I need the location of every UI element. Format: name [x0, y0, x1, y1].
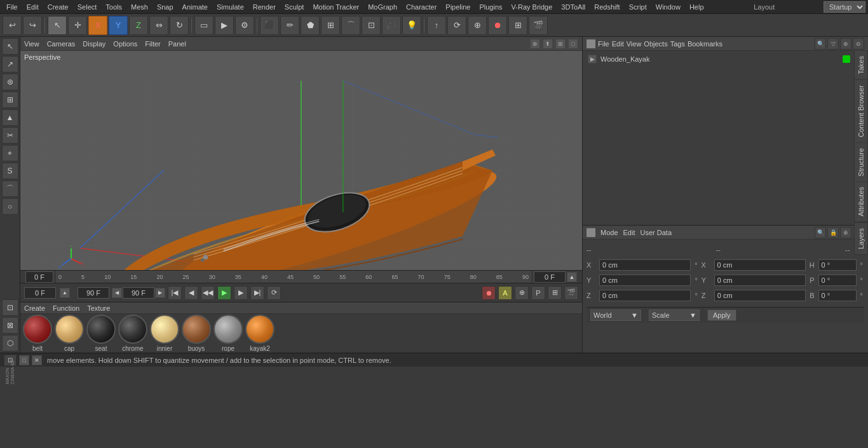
- sidebar-scale-btn[interactable]: ⊞: [2, 92, 18, 108]
- scale-y-button[interactable]: Y: [109, 16, 128, 35]
- vp-menu-panel[interactable]: Panel: [168, 40, 186, 48]
- go-to-start-button[interactable]: |◀: [168, 286, 182, 300]
- b-field[interactable]: 0 °: [818, 290, 857, 301]
- apply-button[interactable]: Apply: [707, 309, 736, 321]
- sidebar-paint-btn[interactable]: S: [2, 163, 18, 179]
- array-button[interactable]: ⊞: [321, 16, 340, 35]
- obj-color-dot[interactable]: [843, 55, 850, 63]
- vp-menu-view[interactable]: View: [24, 40, 39, 48]
- sidebar-rotate2-btn[interactable]: ⊛: [2, 74, 18, 90]
- attr-lock-btn[interactable]: 🔒: [827, 227, 839, 238]
- undo-button[interactable]: ↩: [3, 16, 22, 35]
- size-y-field[interactable]: 0 cm: [714, 275, 806, 286]
- sidebar-bottom-2-btn[interactable]: ⊠: [2, 317, 18, 334]
- status-icon-3[interactable]: ✕: [32, 355, 42, 365]
- vp-ctrl-2[interactable]: ⬆: [543, 39, 553, 49]
- menu-vray[interactable]: V-Ray Bridge: [508, 2, 557, 12]
- obj-menu-bookmarks[interactable]: Bookmarks: [688, 40, 722, 48]
- right-tab-structure[interactable]: Structure: [854, 143, 868, 182]
- vp-menu-filter[interactable]: Filter: [145, 40, 160, 48]
- vp-menu-options[interactable]: Options: [113, 40, 137, 48]
- menu-snap[interactable]: Snap: [153, 2, 177, 12]
- obj-menu-view[interactable]: View: [627, 40, 642, 48]
- timeline-ruler[interactable]: 0 5 10 15 20 25 30 35 40 45 50 55 60 65: [56, 271, 531, 283]
- material-item-kayak2[interactable]: kayak2: [245, 315, 275, 352]
- current-frame-display[interactable]: 0 F: [534, 271, 566, 283]
- sidebar-soft-btn[interactable]: ○: [2, 198, 18, 215]
- pos-x-field[interactable]: 0 cm: [599, 259, 691, 271]
- p-field[interactable]: 0 °: [818, 275, 857, 286]
- vp-ctrl-1[interactable]: ⊕: [530, 39, 540, 49]
- sidebar-extrude-btn[interactable]: ▲: [2, 109, 18, 126]
- sidebar-knife-btn[interactable]: ✂: [2, 127, 18, 144]
- anim-mode-button[interactable]: 🎬: [564, 286, 578, 300]
- menu-pipeline[interactable]: Pipeline: [442, 2, 474, 12]
- redo-button[interactable]: ↪: [23, 16, 42, 35]
- menu-create[interactable]: Create: [44, 2, 72, 12]
- viewport-3d[interactable]: Perspective Grid Spacing : 100 cm X Y Z: [20, 51, 582, 270]
- menu-simulate[interactable]: Simulate: [213, 2, 248, 12]
- autokey-button[interactable]: A: [498, 286, 512, 300]
- material-item-cap[interactable]: cap: [55, 315, 84, 352]
- menu-sculpt[interactable]: Sculpt: [281, 2, 308, 12]
- pen-button[interactable]: ✏: [280, 16, 299, 35]
- play-button[interactable]: ▶: [217, 286, 231, 300]
- vp-ctrl-4[interactable]: □: [568, 39, 578, 49]
- menu-character[interactable]: Character: [402, 2, 440, 12]
- attr-menu-userdata[interactable]: User Data: [641, 229, 672, 236]
- spline-button[interactable]: ⌒: [341, 16, 360, 35]
- obj-expand-icon[interactable]: ▶: [588, 55, 597, 64]
- menu-script[interactable]: Script: [625, 2, 651, 12]
- sidebar-bottom-3-btn[interactable]: ⬡: [2, 335, 18, 351]
- menu-tools[interactable]: Tools: [102, 2, 126, 12]
- select-tool-button[interactable]: ↖: [48, 16, 67, 35]
- render-view-button[interactable]: ▶: [215, 16, 234, 35]
- start-frame-up[interactable]: ▲: [60, 288, 70, 298]
- obj-menu-edit[interactable]: Edit: [612, 40, 624, 48]
- obj-item-kayak[interactable]: ▶ Wooden_Kayak: [585, 53, 865, 65]
- menu-edit[interactable]: Edit: [23, 2, 43, 12]
- scale-x-button[interactable]: X: [88, 16, 107, 35]
- status-icon-2[interactable]: □: [19, 355, 29, 365]
- scale-z-button[interactable]: Z: [129, 16, 148, 35]
- material-item-seat[interactable]: seat: [86, 315, 116, 352]
- material-item-chrome[interactable]: chrome: [118, 315, 147, 352]
- render-region-button[interactable]: ▭: [194, 16, 214, 35]
- material-item-innier[interactable]: innier: [150, 315, 179, 352]
- mat-menu-function[interactable]: Function: [53, 304, 79, 312]
- sidebar-magnet-btn[interactable]: ⌖: [2, 145, 18, 161]
- pose-button[interactable]: ⊕: [468, 16, 487, 35]
- end-frame-1-dec[interactable]: ◀: [112, 288, 122, 298]
- layout-select[interactable]: Startup: [824, 1, 865, 13]
- material-item-buoys[interactable]: buoys: [182, 315, 211, 352]
- material-item-rope[interactable]: rope: [214, 315, 243, 352]
- menu-help[interactable]: Help: [686, 2, 708, 12]
- grid2-button[interactable]: ⊞: [508, 16, 527, 35]
- menu-redshift[interactable]: Redshift: [590, 2, 623, 12]
- menu-motion-tracker[interactable]: Motion Tracker: [309, 2, 363, 12]
- mat-menu-create[interactable]: Create: [24, 304, 45, 312]
- menu-mograph[interactable]: MoGraph: [364, 2, 401, 12]
- motion-path-button[interactable]: ⊕: [515, 286, 529, 300]
- menu-3dtoall[interactable]: 3DToAll: [557, 2, 589, 12]
- prev-frame-button[interactable]: ◀: [184, 286, 198, 300]
- size-z-field[interactable]: 0 cm: [714, 290, 806, 301]
- playback-end-frame-2[interactable]: 90 F: [123, 287, 154, 299]
- mat-menu-texture[interactable]: Texture: [87, 304, 110, 312]
- vp-menu-display[interactable]: Display: [83, 40, 105, 48]
- h-field[interactable]: 0 °: [818, 259, 857, 271]
- world-dropdown[interactable]: World ▼: [590, 309, 641, 321]
- menu-select[interactable]: Select: [74, 2, 101, 12]
- timeline-start-field[interactable]: 0 F: [23, 271, 56, 283]
- vp-ctrl-3[interactable]: ⊞: [555, 39, 566, 49]
- camera-button[interactable]: 🎥: [382, 16, 401, 35]
- light-button[interactable]: 💡: [402, 16, 421, 35]
- obj-minus-btn[interactable]: ⊖: [853, 38, 864, 50]
- attr-menu-mode[interactable]: Mode: [600, 229, 618, 236]
- end-frame-2-inc[interactable]: ▶: [155, 288, 165, 298]
- key-sel-button[interactable]: ⊞: [548, 286, 562, 300]
- right-tab-attributes[interactable]: Attributes: [854, 182, 868, 222]
- attr-expand-btn[interactable]: ⊕: [840, 227, 851, 238]
- scale-tool-button[interactable]: ⇔: [149, 16, 168, 35]
- menu-animate[interactable]: Animate: [179, 2, 212, 12]
